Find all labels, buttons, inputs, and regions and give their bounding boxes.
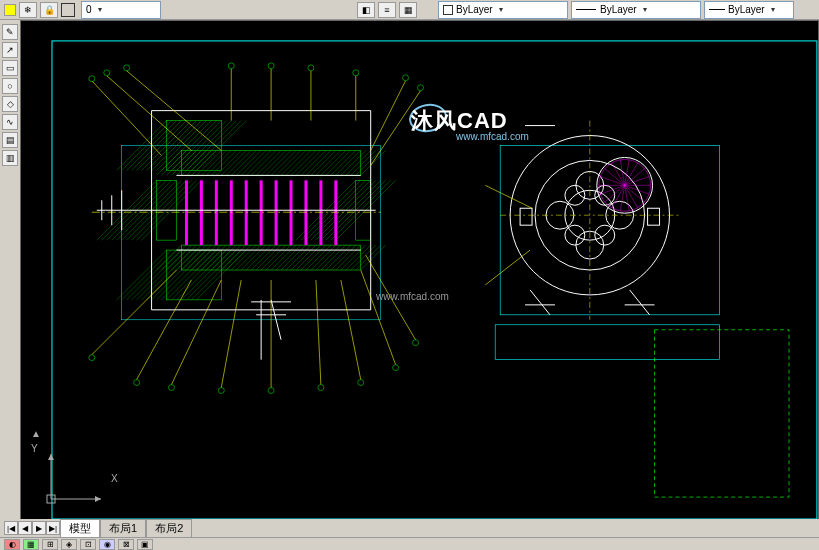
svg-point-202 <box>124 65 130 71</box>
svg-line-52 <box>221 150 246 175</box>
tabs-bar: |◀ ◀ ▶ ▶| 模型 布局1 布局2 <box>0 519 819 537</box>
status-bar: ◐ ▦ ⊞ ◈ ⊡ ◉ ⊠ ▣ <box>0 537 819 550</box>
svg-point-208 <box>418 85 424 91</box>
layer-swatch <box>61 3 75 17</box>
tab-nav-last[interactable]: ▶| <box>46 521 60 535</box>
status-box[interactable]: ◈ <box>61 539 77 550</box>
svg-line-56 <box>241 150 266 175</box>
tool-btn-1[interactable]: ◧ <box>357 2 375 18</box>
svg-line-105 <box>271 245 296 270</box>
svg-line-110 <box>296 245 321 270</box>
side-toolbar: ✎ ↗ ▭ ○ ◇ ∿ ▤ ▥ <box>0 20 20 520</box>
svg-line-253 <box>530 290 550 315</box>
status-box[interactable]: ▣ <box>137 539 153 550</box>
svg-line-104 <box>266 245 291 270</box>
svg-line-67 <box>296 150 321 175</box>
svg-line-42 <box>171 150 196 175</box>
svg-line-50 <box>211 150 236 175</box>
svg-line-64 <box>281 150 306 175</box>
svg-line-252 <box>625 176 649 185</box>
svg-line-46 <box>191 150 216 175</box>
svg-line-119 <box>341 245 366 270</box>
draw-tool-fill[interactable]: ▥ <box>2 150 18 166</box>
draw-tool-line[interactable]: ↗ <box>2 42 18 58</box>
svg-line-116 <box>326 245 351 270</box>
svg-line-83 <box>162 245 187 270</box>
linetype-preview <box>576 9 596 10</box>
linetype-value: ByLayer <box>600 4 637 15</box>
draw-tool-spline[interactable]: ∿ <box>2 114 18 130</box>
tab-nav-prev[interactable]: ◀ <box>18 521 32 535</box>
layer-icon-1[interactable]: ❄ <box>19 2 37 18</box>
svg-line-69 <box>306 150 331 175</box>
svg-point-205 <box>308 65 314 71</box>
layer-icon-2[interactable]: 🔒 <box>40 2 58 18</box>
svg-line-55 <box>236 150 261 175</box>
svg-line-99 <box>241 245 266 270</box>
svg-line-87 <box>181 245 206 270</box>
svg-line-51 <box>216 150 241 175</box>
status-box[interactable]: ⊠ <box>118 539 134 550</box>
tool-btn-2[interactable]: ≡ <box>378 2 396 18</box>
svg-line-65 <box>286 150 311 175</box>
svg-line-194 <box>221 280 241 388</box>
svg-point-210 <box>134 380 140 386</box>
svg-line-242 <box>605 185 625 202</box>
svg-line-114 <box>316 245 341 270</box>
svg-point-204 <box>268 63 274 69</box>
svg-line-107 <box>281 245 306 270</box>
tab-layout2[interactable]: 布局2 <box>146 519 192 538</box>
color-dropdown[interactable]: ByLayer <box>438 1 568 19</box>
svg-point-217 <box>413 340 419 346</box>
svg-line-84 <box>167 245 192 270</box>
svg-line-97 <box>231 245 256 270</box>
svg-line-77 <box>346 150 371 175</box>
svg-line-89 <box>191 245 216 270</box>
svg-line-49 <box>206 150 231 175</box>
svg-line-260 <box>485 185 532 208</box>
cad-drawing <box>21 21 818 519</box>
status-box[interactable]: ▦ <box>23 539 39 550</box>
status-box[interactable]: ⊞ <box>42 539 58 550</box>
svg-line-197 <box>341 280 361 380</box>
svg-marker-265 <box>95 496 101 502</box>
linetype-dropdown[interactable]: ByLayer <box>571 1 701 19</box>
svg-line-193 <box>171 280 221 385</box>
svg-line-63 <box>276 150 301 175</box>
draw-tool-polygon[interactable]: ◇ <box>2 96 18 112</box>
lineweight-dropdown[interactable]: ByLayer <box>704 1 794 19</box>
svg-line-54 <box>231 150 256 175</box>
svg-line-101 <box>251 245 276 270</box>
status-box[interactable]: ◐ <box>4 539 20 550</box>
tab-nav-first[interactable]: |◀ <box>4 521 18 535</box>
tool-btn-3[interactable]: ▦ <box>399 2 417 18</box>
layer-dropdown[interactable]: 0 <box>81 1 161 19</box>
svg-point-206 <box>353 70 359 76</box>
svg-line-68 <box>301 150 326 175</box>
draw-tool-pencil[interactable]: ✎ <box>2 24 18 40</box>
svg-line-111 <box>301 245 326 270</box>
main-area: ✎ ↗ ▭ ○ ◇ ∿ ▤ ▥ 沐风CAD www.mfcad.com www.… <box>0 20 819 520</box>
svg-line-237 <box>625 185 645 202</box>
status-box[interactable]: ⊡ <box>80 539 96 550</box>
tab-model[interactable]: 模型 <box>60 519 100 538</box>
draw-tool-hatch[interactable]: ▤ <box>2 132 18 148</box>
layer-color-1[interactable] <box>4 4 16 16</box>
tab-nav-next[interactable]: ▶ <box>32 521 46 535</box>
svg-line-47 <box>196 150 221 175</box>
svg-line-72 <box>321 150 346 175</box>
svg-rect-81 <box>181 245 360 270</box>
tab-layout1[interactable]: 布局1 <box>100 519 146 538</box>
svg-line-122 <box>356 245 381 270</box>
draw-tool-rect[interactable]: ▭ <box>2 60 18 76</box>
draw-tool-circle[interactable]: ○ <box>2 78 18 94</box>
status-box[interactable]: ◉ <box>99 539 115 550</box>
svg-line-106 <box>276 245 301 270</box>
svg-rect-258 <box>520 208 532 225</box>
lineweight-value: ByLayer <box>728 4 765 15</box>
drawing-canvas[interactable]: 沐风CAD www.mfcad.com www.mfcad.com ▲ Y X <box>20 20 819 520</box>
svg-line-59 <box>256 150 281 175</box>
svg-line-57 <box>246 150 271 175</box>
svg-point-201 <box>104 70 110 76</box>
svg-line-53 <box>226 150 251 175</box>
